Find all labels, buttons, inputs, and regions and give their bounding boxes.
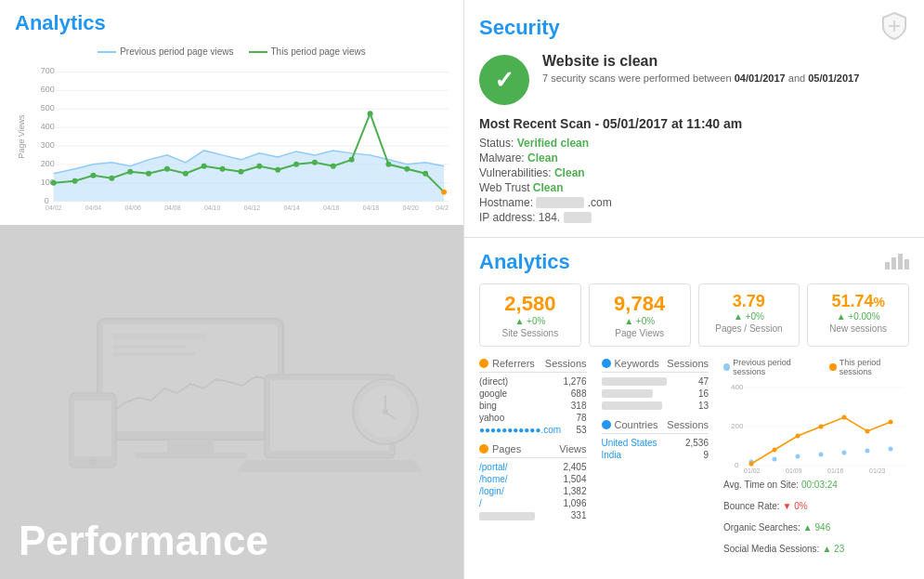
page-row: /login/ 1,382 — [479, 485, 587, 497]
left-panel: Analytics Previous period page views Thi… — [0, 0, 464, 579]
svg-text:04/10: 04/10 — [204, 204, 221, 211]
analytics-header: Analytics — [0, 0, 463, 39]
svg-point-85 — [842, 451, 847, 455]
referrers-icon — [479, 359, 488, 368]
svg-rect-71 — [885, 262, 890, 270]
security-section: Security ✓ Website is clean 7 security s… — [464, 0, 924, 238]
svg-point-23 — [164, 166, 170, 172]
svg-point-17 — [51, 180, 57, 186]
country-row: United States 2,536 — [602, 437, 709, 449]
mini-sessions-chart: Previous period sessions This period ses… — [723, 358, 909, 554]
performance-label: Performance — [19, 518, 268, 564]
referrers-col-header: Referrers — [479, 358, 535, 369]
svg-point-68 — [89, 458, 97, 466]
mini-chart-svg: 400 200 0 — [723, 380, 904, 473]
page-row: /portal/ 2,405 — [479, 461, 587, 473]
svg-text:04/08: 04/08 — [164, 204, 181, 211]
chart-svg-container: 700 600 500 400 300 200 100 0 — [15, 62, 449, 211]
svg-text:500: 500 — [41, 103, 55, 112]
shield-icon — [879, 11, 909, 44]
stat-pageviews-change: ▲ +0% — [599, 316, 681, 326]
security-header: Security — [479, 11, 909, 44]
svg-point-86 — [865, 449, 870, 454]
svg-point-89 — [773, 448, 777, 453]
svg-point-24 — [183, 171, 189, 177]
legend-curr-label: This period page views — [271, 46, 366, 57]
scan-status-row: Status: Verified clean — [479, 137, 909, 150]
avg-time-value: 00:03:24 — [801, 480, 838, 490]
svg-rect-56 — [112, 345, 187, 349]
svg-rect-57 — [112, 352, 196, 356]
referrers-table: Referrers Sessions (direct) 1,276 google… — [479, 358, 587, 436]
analytics-title: Analytics — [15, 11, 106, 34]
svg-text:400: 400 — [731, 383, 744, 391]
countries-col-header: Countries — [602, 419, 658, 430]
svg-point-30 — [293, 162, 299, 167]
svg-text:01/02: 01/02 — [744, 467, 761, 473]
svg-text:0: 0 — [735, 461, 739, 469]
organic-value: ▲ 946 — [803, 522, 830, 533]
legend-prev-label: Previous period page views — [120, 46, 233, 57]
svg-text:700: 700 — [41, 66, 55, 75]
svg-text:04/06: 04/06 — [124, 204, 141, 211]
referrer-row: yahoo 78 — [479, 412, 587, 424]
mini-legend-curr: This period sessions — [829, 358, 909, 376]
analytics-section-title: Analytics — [479, 250, 570, 274]
svg-text:01/16: 01/16 — [827, 467, 844, 473]
svg-text:300: 300 — [41, 140, 55, 150]
stat-card-pageviews: 9,784 ▲ +0% Page Views — [589, 283, 691, 347]
svg-point-21 — [127, 169, 133, 175]
analytics-section: Analytics 2,580 ▲ +0% Site Sessions 9,78… — [464, 238, 924, 572]
referrer-row: bing 318 — [479, 400, 587, 412]
svg-rect-74 — [904, 259, 909, 270]
referrers-table-header: Referrers Sessions — [479, 358, 587, 373]
tables-row: Referrers Sessions (direct) 1,276 google… — [479, 358, 909, 554]
bounce-stat: Bounce Rate: ▼ 0% — [723, 501, 808, 511]
svg-point-19 — [90, 173, 96, 178]
svg-point-36 — [404, 166, 410, 172]
scan-count-text: 7 security scans were performed between … — [542, 72, 859, 84]
performance-block: Performance — [0, 225, 463, 579]
svg-text:01/23: 01/23 — [869, 467, 886, 473]
svg-point-33 — [349, 157, 355, 163]
svg-point-34 — [368, 111, 373, 116]
stat-card-new-sessions: 51.74% ▲ +0.00% New sessions — [807, 283, 909, 347]
keyword-row: 13 — [602, 400, 709, 412]
svg-point-18 — [72, 178, 78, 184]
scan-webtrust-row: Web Trust Clean — [479, 181, 909, 194]
scan-vuln-row: Vulnerabilities: Clean — [479, 166, 909, 179]
svg-rect-54 — [135, 453, 246, 458]
svg-point-22 — [146, 171, 151, 177]
referrer-row: google 688 — [479, 388, 587, 400]
svg-point-93 — [865, 429, 870, 434]
svg-text:04/16: 04/16 — [323, 204, 340, 211]
svg-point-35 — [385, 162, 391, 167]
organic-label: Organic Searches: — [723, 522, 800, 533]
svg-text:04/20: 04/20 — [403, 204, 420, 211]
mini-chart-legend: Previous period sessions This period ses… — [723, 358, 909, 376]
legend-prev: Previous period page views — [98, 46, 233, 57]
performance-illustration-svg — [23, 300, 441, 505]
svg-point-84 — [819, 453, 824, 457]
page-row: 331 — [479, 509, 587, 521]
checkmark-icon: ✓ — [494, 66, 514, 95]
svg-point-27 — [238, 169, 243, 175]
svg-text:Page Views: Page Views — [17, 114, 26, 159]
avg-time-label: Avg. Time on Site: — [723, 480, 799, 490]
bounce-value: ▼ 0% — [783, 501, 808, 511]
referrers-keywords-block: Referrers Sessions (direct) 1,276 google… — [479, 358, 587, 554]
svg-point-92 — [842, 415, 847, 420]
svg-text:04/02: 04/02 — [46, 204, 62, 211]
stat-new-sessions-value: 51.74% — [817, 292, 899, 311]
svg-rect-53 — [167, 440, 214, 453]
referrer-row: ●●●●●●●●●●●.com 53 — [479, 424, 587, 436]
svg-point-32 — [331, 164, 336, 169]
legend-curr-line — [249, 51, 267, 53]
bottom-stats: Avg. Time on Site: 00:03:24 Bounce Rate:… — [723, 480, 909, 554]
svg-rect-52 — [103, 324, 278, 431]
svg-point-29 — [275, 167, 280, 173]
security-title: Security — [479, 16, 560, 40]
stat-pageviews-value: 9,784 — [599, 292, 681, 316]
keywords-col-header: Keywords — [602, 358, 659, 369]
mini-legend-prev: Previous period sessions — [723, 358, 818, 376]
